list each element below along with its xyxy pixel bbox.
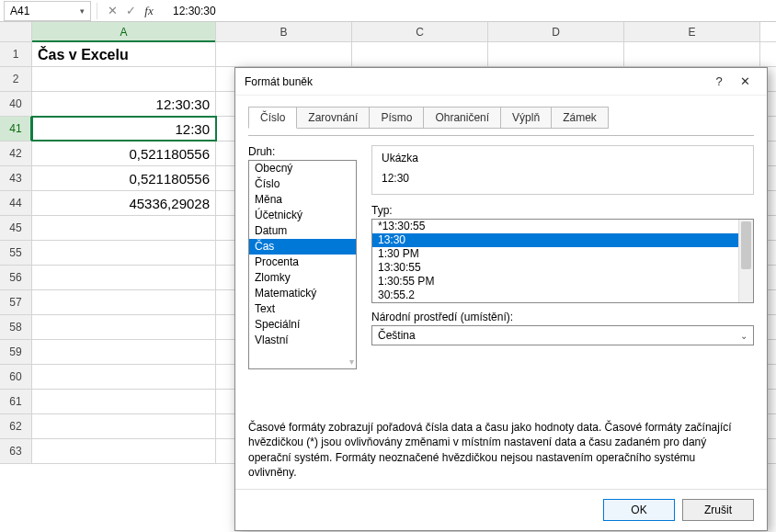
cell[interactable] [32,315,216,339]
list-item[interactable]: Text [249,301,356,317]
row-header[interactable]: 43 [0,166,32,190]
scrollbar[interactable] [738,220,753,302]
list-item[interactable]: Měna [249,192,356,208]
list-item[interactable]: 37:30:55 [372,302,753,303]
close-button[interactable]: ✕ [732,69,758,95]
list-item[interactable]: Procenta [249,255,356,270]
cell[interactable] [32,241,216,265]
column-header-C[interactable]: C [352,22,488,41]
cell[interactable] [32,340,216,364]
cell[interactable] [32,266,216,289]
dialog-title: Formát buněk [245,75,313,88]
row-header[interactable]: 61 [0,390,32,413]
column-header-E[interactable]: E [624,22,760,41]
cell[interactable] [352,42,488,66]
separator [97,3,97,19]
cell[interactable] [624,42,760,66]
row-header[interactable]: 63 [0,439,32,463]
row-header[interactable]: 58 [0,315,32,339]
list-item[interactable]: Číslo [249,176,356,192]
chevron-down-icon: ⌄ [740,331,747,341]
row-header[interactable]: 60 [0,365,32,389]
dialog-titlebar: Formát buněk ? ✕ [235,68,767,96]
cell[interactable] [32,439,216,463]
tab[interactable]: Zámek [551,107,609,129]
cell[interactable]: 0,521180556 [32,166,216,190]
type-listbox[interactable]: *13:30:5513:301:30 PM13:30:551:30:55 PM3… [371,219,754,303]
ok-button[interactable]: OK [603,499,675,521]
cell[interactable] [32,390,216,413]
tab[interactable]: Písmo [369,107,424,129]
list-item[interactable]: Datum [249,223,356,239]
cell[interactable]: 45336,29028 [32,191,216,215]
list-item[interactable]: 13:30:55 [372,261,753,275]
cell[interactable] [32,290,216,314]
name-box-ref: A41 [10,5,29,17]
row-header[interactable]: 1 [0,42,32,66]
tab[interactable]: Zarovnání [296,107,370,129]
list-item[interactable]: *13:30:55 [372,220,753,233]
list-item[interactable]: Čas [249,239,356,255]
row-header[interactable]: 45 [0,216,32,240]
scrollbar-thumb[interactable] [741,221,751,269]
category-listbox[interactable]: ObecnýČísloMěnaÚčetnickýDatumČasProcenta… [248,160,357,369]
row-header[interactable]: 41 [0,117,32,141]
tab-underline [248,135,754,136]
cell[interactable] [32,67,216,91]
cancel-edit-icon[interactable]: ✕ [104,3,120,19]
sample-value: 12:30 [382,172,744,185]
fx-icon[interactable]: fx [141,3,157,19]
list-item[interactable]: Účetnický [249,208,356,223]
row-header[interactable]: 44 [0,191,32,215]
confirm-edit-icon[interactable]: ✓ [122,3,139,19]
cell[interactable]: 12:30 [32,117,216,141]
row-header[interactable]: 2 [0,67,32,91]
list-item[interactable]: Vlastní [249,333,356,348]
cell[interactable] [488,42,624,66]
format-cells-dialog: Formát buněk ? ✕ ČísloZarovnáníPísmoOhra… [234,67,768,531]
table-row: 1Čas v Excelu [0,42,776,67]
list-item[interactable]: Obecný [249,161,356,176]
cancel-button[interactable]: Zrušit [682,499,754,521]
list-item[interactable]: Speciální [249,317,356,333]
row-header[interactable]: 59 [0,340,32,364]
help-button[interactable]: ? [706,69,732,95]
tab[interactable]: Ohraničení [423,107,501,129]
dialog-tabs: ČísloZarovnáníPísmoOhraničeníVýplňZámek [248,107,754,129]
row-header[interactable]: 42 [0,141,32,165]
cell[interactable] [32,365,216,389]
list-item[interactable]: 1:30:55 PM [372,275,753,289]
cell[interactable]: 12:30:30 [32,92,216,116]
cell[interactable] [32,414,216,438]
sample-label: Ukázka [382,152,744,164]
cell[interactable] [216,42,352,66]
column-header-D[interactable]: D [488,22,624,41]
row-header[interactable]: 40 [0,92,32,116]
chevron-down-icon: ▾ [80,6,85,16]
select-all-corner[interactable] [0,22,32,41]
cell[interactable]: Čas v Excelu [32,42,216,66]
list-item[interactable]: Matematický [249,286,356,301]
formula-bar: A41 ▾ ✕ ✓ fx [0,0,776,22]
row-header[interactable]: 56 [0,266,32,289]
category-label: Druh: [248,145,357,158]
column-headers: A B C D E [0,22,776,42]
locale-select[interactable]: Čeština ⌄ [371,325,754,345]
row-header[interactable]: 62 [0,414,32,438]
formula-input[interactable] [165,2,776,20]
list-item[interactable]: 30:55.2 [372,289,753,302]
tab[interactable]: Výplň [500,107,552,129]
list-item[interactable]: Zlomky [249,270,356,286]
locale-value: Čeština [378,329,416,342]
row-header[interactable]: 55 [0,241,32,265]
list-item[interactable]: 1:30 PM [372,247,753,261]
list-item[interactable]: 13:30 [372,233,753,247]
tab[interactable]: Číslo [248,107,297,129]
row-header[interactable]: 57 [0,290,32,314]
cell[interactable]: 0,521180556 [32,141,216,165]
column-header-A[interactable]: A [32,22,216,41]
scroll-indicator-icon: ▾ [349,357,354,367]
name-box[interactable]: A41 ▾ [4,1,91,21]
column-header-B[interactable]: B [216,22,352,41]
cell[interactable] [32,216,216,240]
